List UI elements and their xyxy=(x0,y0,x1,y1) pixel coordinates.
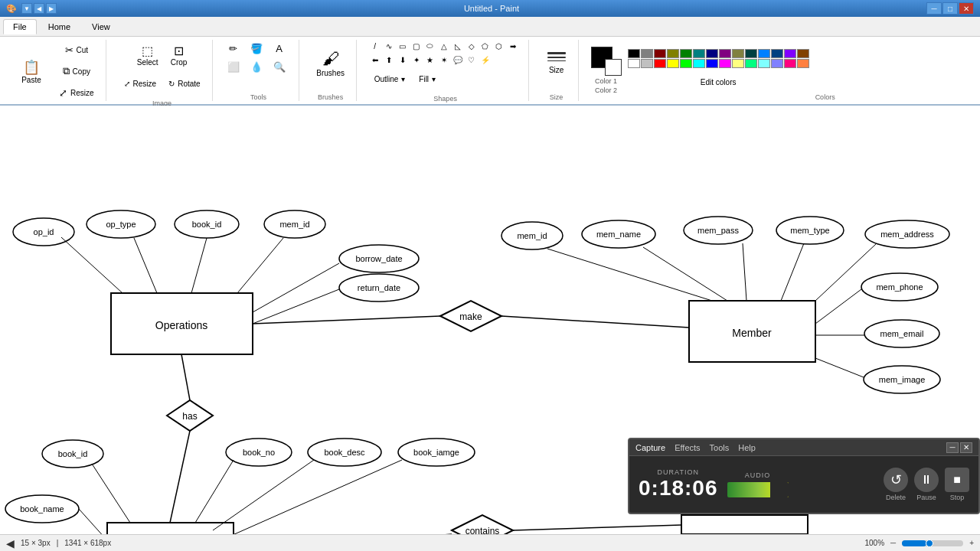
menu-tab-file[interactable]: File xyxy=(3,19,37,34)
select-button[interactable]: ⬚ Select xyxy=(132,40,164,70)
eyedropper-button[interactable]: 💧 xyxy=(248,58,265,75)
zoom-in-btn[interactable]: + xyxy=(969,539,974,547)
color-swatch-brown[interactable] xyxy=(797,49,809,58)
text-button[interactable]: A xyxy=(271,40,288,57)
titlebar-controls[interactable]: ─ □ ✕ xyxy=(926,2,974,15)
brushes-button[interactable]: 🖌 Brushes xyxy=(312,40,350,86)
eraser-button[interactable]: ⬜ xyxy=(225,58,242,75)
recorder-tools-tab[interactable]: Tools xyxy=(710,443,730,452)
line-book-no xyxy=(195,460,234,523)
curve-shape[interactable]: ∿ xyxy=(383,40,395,52)
recorder-delete-btn[interactable]: ↺ Delete xyxy=(884,468,908,501)
color-swatch-blue[interactable] xyxy=(758,49,770,58)
canvas-area[interactable]: Operations Member Book make has contains… xyxy=(0,106,980,534)
star4-shape[interactable]: ✦ xyxy=(410,54,423,66)
color-swatch-orange[interactable] xyxy=(797,59,809,68)
ellipse-shape[interactable]: ⬭ xyxy=(424,40,436,52)
color-swatch-hotpink[interactable] xyxy=(784,59,796,68)
round-rect-shape[interactable]: ▢ xyxy=(410,40,423,52)
color-swatch-olive[interactable] xyxy=(667,49,679,58)
color-swatch-lightblue[interactable] xyxy=(771,59,783,68)
color-swatch-magenta[interactable] xyxy=(719,59,731,68)
size-icon xyxy=(547,52,566,61)
attr-borrow-date-label: borrow_date xyxy=(355,254,402,263)
edit-colors-btn[interactable]: Edit colors xyxy=(628,72,809,92)
recorder-close[interactable]: ✕ xyxy=(960,442,972,453)
diamond-shape[interactable]: ◇ xyxy=(466,40,478,52)
color-swatch-gray[interactable] xyxy=(641,49,653,58)
color-swatch-blue2[interactable] xyxy=(706,59,718,68)
attr-book-desc-label: book_desc xyxy=(324,448,365,457)
star6-shape[interactable]: ✶ xyxy=(438,54,450,66)
pentagon-shape[interactable]: ⬠ xyxy=(479,40,492,52)
callout-shape[interactable]: 💬 xyxy=(452,54,464,66)
color2-swatch[interactable] xyxy=(605,59,622,76)
color-swatch-lightcyan[interactable] xyxy=(758,59,770,68)
line-shape[interactable]: / xyxy=(369,40,381,52)
resize-button[interactable]: ⤢ Resize xyxy=(54,83,100,103)
triangle-shape[interactable]: △ xyxy=(438,40,450,52)
color-swatch-cyan[interactable] xyxy=(693,59,705,68)
fill-button[interactable]: 🪣 xyxy=(248,40,265,57)
size-button[interactable]: Size xyxy=(541,40,572,86)
arrow-down-shape[interactable]: ⬇ xyxy=(397,54,409,66)
heart-shape[interactable]: ♡ xyxy=(466,54,478,66)
color-swatch-yellow[interactable] xyxy=(667,59,679,68)
rotate-button[interactable]: ↻ Rotate xyxy=(163,73,205,93)
color-swatch-lime[interactable] xyxy=(680,59,692,68)
zoom-out-btn[interactable]: ─ xyxy=(890,539,896,547)
hexagon-shape[interactable]: ⬡ xyxy=(493,40,505,52)
pencil-button[interactable]: ✏ xyxy=(225,40,242,57)
crop-button[interactable]: ⊡ Crop xyxy=(165,40,193,70)
line-ops-has xyxy=(181,354,190,400)
zoom-slider[interactable] xyxy=(902,540,963,546)
fill-tool-button[interactable]: Fill ▾ xyxy=(413,69,441,89)
close-button[interactable]: ✕ xyxy=(959,2,974,15)
color-swatch-white[interactable] xyxy=(628,59,640,68)
recorder-help-tab[interactable]: Help xyxy=(738,443,756,452)
paste-button[interactable]: 📋 Paste xyxy=(12,48,51,94)
rect-shape[interactable]: ▭ xyxy=(397,40,409,52)
minimize-button[interactable]: ─ xyxy=(926,2,942,15)
outline-button[interactable]: Outline ▾ xyxy=(369,69,411,89)
scroll-left-btn[interactable]: ◀ xyxy=(6,537,15,549)
color-swatch-silver[interactable] xyxy=(641,59,653,68)
recorder-capture-tab[interactable]: Capture xyxy=(635,443,665,452)
rt-triangle-shape[interactable]: ◺ xyxy=(452,40,464,52)
menu-tab-home[interactable]: Home xyxy=(38,19,80,34)
menu-tab-view[interactable]: View xyxy=(82,19,120,34)
resize-label: Resize xyxy=(70,89,94,97)
color-swatch-darkgreen[interactable] xyxy=(680,49,692,58)
zoom-thumb[interactable] xyxy=(926,540,933,547)
star5-shape[interactable]: ★ xyxy=(424,54,436,66)
color-swatch-teal[interactable] xyxy=(693,49,705,58)
entity-book xyxy=(107,523,234,534)
cut-button[interactable]: ✂ Cut xyxy=(54,40,100,60)
arrow-right-shape[interactable]: ➡ xyxy=(507,40,519,52)
recorder-minimize[interactable]: ─ xyxy=(946,442,959,453)
recorder-audio: Audio xyxy=(727,471,789,497)
recorder-effects-tab[interactable]: Effects xyxy=(675,443,700,452)
window-controls-left[interactable]: ▼ ◀ ▶ xyxy=(21,3,57,14)
color-swatch-darkteal[interactable] xyxy=(745,49,757,58)
maximize-button[interactable]: □ xyxy=(942,2,958,15)
color-swatch-violet[interactable] xyxy=(784,49,796,58)
color-swatch-red[interactable] xyxy=(654,59,666,68)
color-swatch-purple[interactable] xyxy=(719,49,731,58)
lightning-shape[interactable]: ⚡ xyxy=(479,54,492,66)
resize-img-button[interactable]: ⤢ Resize xyxy=(119,73,162,93)
color-swatch-darkyellow[interactable] xyxy=(732,49,744,58)
magnifier-button[interactable]: 🔍 xyxy=(271,58,288,75)
color-swatch-lightyellow[interactable] xyxy=(732,59,744,68)
copy-button[interactable]: ⧉ Copy xyxy=(54,61,100,81)
arrow-up-shape[interactable]: ⬆ xyxy=(383,54,395,66)
arrow-left-shape[interactable]: ⬅ xyxy=(369,54,381,66)
recorder-close-btns[interactable]: ─ ✕ xyxy=(946,442,972,453)
recorder-pause-btn[interactable]: ⏸ Pause xyxy=(914,468,939,501)
color-swatch-springgreen[interactable] xyxy=(745,59,757,68)
color-swatch-black[interactable] xyxy=(628,49,640,58)
color-swatch-navy[interactable] xyxy=(706,49,718,58)
color-swatch-darkred[interactable] xyxy=(654,49,666,58)
recorder-stop-btn[interactable]: ■ Stop xyxy=(945,468,969,501)
color-swatch-darkblue[interactable] xyxy=(771,49,783,58)
